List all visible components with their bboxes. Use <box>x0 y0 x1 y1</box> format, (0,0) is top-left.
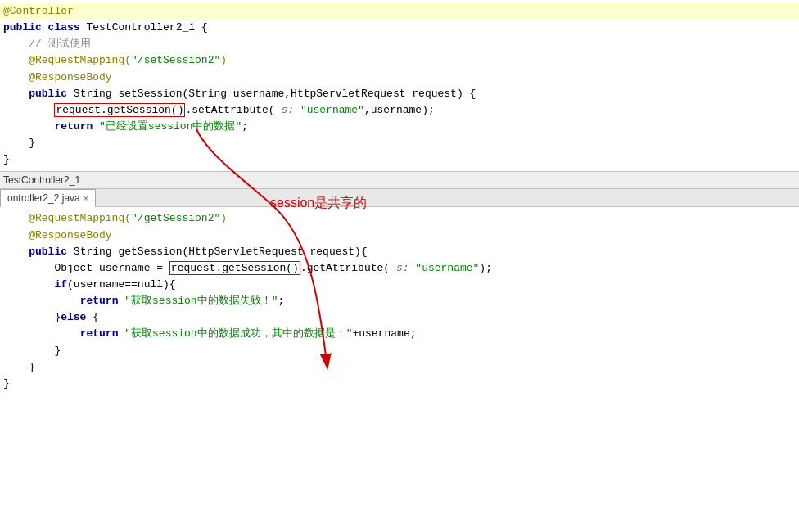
code-line-comment: // 测试使用 <box>0 36 799 52</box>
annotation-controller: @Controller <box>3 3 796 20</box>
return-success-string: return "获取session中的数据成功，其中的数据是："+usernam… <box>3 326 796 342</box>
bottom-line-close2: } <box>0 359 799 376</box>
bottom-line-getsession: Object username = request.getSession().g… <box>0 260 799 277</box>
bottom-tab-label: ontroller2_2.java <box>7 192 80 204</box>
else-block: }else { <box>3 309 796 326</box>
get-session-call: Object username = request.getSession().g… <box>3 260 796 277</box>
top-code-section: @Controller public class TestController2… <box>0 0 799 171</box>
code-line-setsession: request.getSession().setAttribute( s: "u… <box>0 102 799 119</box>
code-line-return1: return "已经设置session中的数据"; <box>0 119 799 135</box>
bottom-response-body: @ResponseBody <box>3 228 796 244</box>
get-request-mapping: @RequestMapping("/getSession2") <box>3 210 796 227</box>
bottom-code-area: @RequestMapping("/getSession2") @Respons… <box>0 207 799 395</box>
top-code-area: @Controller public class TestController2… <box>0 0 799 171</box>
mid-tab-row: TestController2_1 <box>0 171 799 189</box>
red-box-2: request.getSession() <box>169 261 300 275</box>
bottom-line-method: public String getSession(HttpServletRequ… <box>0 244 799 260</box>
code-line-close2: } <box>0 151 799 168</box>
code-line-close1: } <box>0 135 799 151</box>
bottom-code-section: @RequestMapping("/getSession2") @Respons… <box>0 207 799 532</box>
tab-close-icon[interactable]: × <box>84 193 88 203</box>
class-declaration: public class TestController2_1 { <box>3 20 796 36</box>
bottom-file-tab[interactable]: ontroller2_2.java × <box>0 189 96 207</box>
bottom-line-close3: } <box>0 376 799 392</box>
bottom-line-close1: } <box>0 343 799 359</box>
if-null-check: if(username==null){ <box>3 277 796 293</box>
code-line-method-sig: public String setSession(String username… <box>0 86 799 102</box>
code-line-responsebody: @ResponseBody <box>0 70 799 86</box>
get-session-method: public String getSession(HttpServletRequ… <box>3 244 796 260</box>
code-line-annotation: @Controller <box>0 3 799 20</box>
panel-container: @Controller public class TestController2… <box>0 0 799 532</box>
bottom-tab-row: ontroller2_2.java × <box>0 189 799 207</box>
bottom-line-if: if(username==null){ <box>0 277 799 293</box>
comment-text: // 测试使用 <box>3 36 796 52</box>
return-statement-1: return "已经设置session中的数据"; <box>3 119 796 135</box>
mid-tab-label[interactable]: TestController2_1 <box>3 174 80 186</box>
full-page: @Controller public class TestController2… <box>0 0 799 532</box>
bottom-line-responsebody: @ResponseBody <box>0 228 799 244</box>
method-signature: public String setSession(String username… <box>3 86 796 102</box>
red-box-1: request.getSession() <box>54 103 185 117</box>
bottom-line-return-success: return "获取session中的数据成功，其中的数据是："+usernam… <box>0 326 799 342</box>
bottom-line-return-fail: return "获取session中的数据失败！"; <box>0 293 799 309</box>
bottom-line-requestmapping: @RequestMapping("/getSession2") <box>0 210 799 227</box>
request-mapping-ann: @RequestMapping("/setSession2") <box>3 52 796 69</box>
bottom-line-else: }else { <box>0 309 799 326</box>
response-body-ann: @ResponseBody <box>3 70 796 86</box>
code-line-requestmapping: @RequestMapping("/setSession2") <box>0 52 799 69</box>
code-line-class: public class TestController2_1 { <box>0 20 799 36</box>
return-fail-string: return "获取session中的数据失败！"; <box>3 293 796 309</box>
set-session-call: request.getSession().setAttribute( s: "u… <box>3 102 796 119</box>
